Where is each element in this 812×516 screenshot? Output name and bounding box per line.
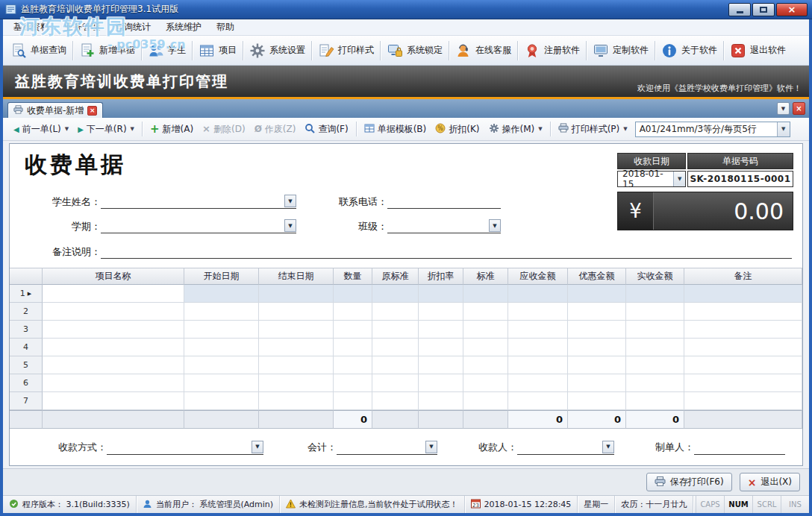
column-header-discount-rate[interactable]: 折扣率 — [419, 268, 463, 285]
query-button[interactable]: 查询(F) — [300, 121, 352, 138]
grid-cell[interactable] — [508, 374, 568, 392]
grid-cell[interactable] — [259, 339, 334, 356]
grid-cell[interactable] — [259, 285, 334, 303]
grid-cell[interactable] — [568, 356, 626, 374]
toolbar-button-students[interactable]: 学生 — [143, 40, 190, 61]
grid-cell[interactable] — [463, 321, 508, 339]
class-combobox[interactable]: ▼ — [387, 218, 501, 233]
grid-cell[interactable] — [372, 356, 419, 374]
grid-cell[interactable] — [372, 392, 419, 410]
grid-cell[interactable] — [463, 374, 508, 392]
add-row-button[interactable]: + 新增(A) — [146, 121, 198, 138]
grid-cell[interactable] — [43, 303, 184, 321]
grid-cell[interactable] — [334, 374, 372, 392]
column-header-end-date[interactable]: 结束日期 — [259, 268, 334, 285]
column-header-orig-rate[interactable]: 原标准 — [372, 268, 419, 285]
toolbar-button-about[interactable]: 关于软件 — [657, 40, 722, 61]
column-header-qty[interactable]: 数量 — [334, 268, 372, 285]
column-header-remark[interactable]: 备注 — [684, 268, 802, 285]
pay-method-combobox[interactable]: ▼ — [107, 440, 263, 455]
payee-combobox[interactable]: ▼ — [517, 440, 614, 455]
tabbar-close-button[interactable]: × — [793, 102, 805, 115]
row-header[interactable]: 6 — [10, 374, 43, 392]
remark-input[interactable] — [101, 244, 792, 259]
grid-cell[interactable] — [508, 321, 568, 339]
grid-cell[interactable] — [419, 321, 463, 339]
minimize-button[interactable] — [728, 3, 751, 16]
tab-list-dropdown[interactable]: ▼ — [777, 102, 790, 115]
menu-item-help[interactable]: 帮助 — [209, 19, 242, 35]
grid-cell[interactable] — [419, 303, 463, 321]
grid-cell[interactable] — [684, 321, 802, 339]
grid-cell[interactable] — [419, 356, 463, 374]
grid-cell[interactable] — [626, 303, 684, 321]
toolbar-button-custom[interactable]: 定制软件 — [588, 40, 653, 61]
toolbar-button-new-receipt[interactable]: 新增单据 — [75, 40, 140, 61]
menu-item-business[interactable]: 业务管理 — [57, 19, 107, 35]
row-header[interactable]: 1▶ — [10, 285, 43, 303]
grid-cell[interactable] — [626, 321, 684, 339]
grid-cell[interactable] — [626, 356, 684, 374]
grid-cell[interactable] — [43, 321, 184, 339]
phone-input[interactable] — [387, 194, 501, 209]
grid-cell[interactable] — [334, 303, 372, 321]
grid-cell[interactable] — [372, 303, 419, 321]
grid-cell[interactable] — [568, 392, 626, 410]
grid-cell[interactable] — [334, 339, 372, 356]
row-header[interactable]: 5 — [10, 356, 43, 374]
grid-cell[interactable] — [568, 285, 626, 303]
grid-cell[interactable] — [259, 374, 334, 392]
grid-cell[interactable] — [626, 339, 684, 356]
tab-close-icon[interactable]: × — [87, 106, 97, 116]
grid-cell[interactable] — [684, 285, 802, 303]
grid-cell[interactable] — [184, 392, 259, 410]
toolbar-button-register[interactable]: 注册软件 — [519, 40, 584, 61]
grid-cell[interactable] — [419, 374, 463, 392]
toolbar-button-lock[interactable]: 系统锁定 — [382, 40, 447, 61]
maximize-button[interactable] — [752, 3, 775, 16]
chevron-down-icon[interactable]: ▼ — [602, 441, 614, 453]
grid-cell[interactable] — [463, 303, 508, 321]
grid-cell[interactable] — [419, 392, 463, 410]
chevron-down-icon[interactable]: ▼ — [673, 172, 685, 186]
grid-cell[interactable] — [508, 285, 568, 303]
chevron-down-icon[interactable]: ▼ — [284, 195, 296, 207]
grid-cell[interactable] — [43, 339, 184, 356]
operate-menu-button[interactable]: 操作(M) ▼ — [484, 121, 547, 138]
toolbar-button-exit[interactable]: 退出软件 — [725, 40, 790, 61]
semester-combobox[interactable]: ▼ — [101, 218, 296, 233]
prev-receipt-button[interactable]: ◀ 前一单(L) ▼ — [9, 121, 73, 138]
accountant-combobox[interactable]: ▼ — [337, 440, 437, 455]
menu-item-query-stats[interactable]: 查询统计 — [107, 19, 158, 35]
grid-cell[interactable] — [334, 392, 372, 410]
row-header[interactable]: 7 — [10, 392, 43, 410]
grid-cell[interactable] — [626, 374, 684, 392]
grid-cell[interactable] — [463, 339, 508, 356]
grid-cell[interactable] — [334, 356, 372, 374]
grid-cell[interactable] — [259, 356, 334, 374]
grid-cell[interactable] — [508, 303, 568, 321]
maker-input[interactable] — [694, 440, 785, 455]
grid-cell[interactable] — [684, 392, 802, 410]
row-header[interactable]: 3 — [10, 321, 43, 339]
print-format-combobox[interactable]: A01/241mm/3等分/每页5行 ▼ — [635, 122, 790, 137]
menu-item-basic-data[interactable]: 基础资料 — [6, 19, 57, 35]
grid-cell[interactable] — [184, 285, 259, 303]
grid-cell[interactable] — [184, 303, 259, 321]
print-style-menu-button[interactable]: 打印样式(P) ▼ — [554, 121, 632, 138]
grid-cell[interactable] — [626, 392, 684, 410]
chevron-down-icon[interactable]: ▼ — [284, 219, 296, 232]
grid-cell[interactable] — [508, 339, 568, 356]
toolbar-button-settings[interactable]: 系统设置 — [245, 40, 310, 61]
student-name-combobox[interactable]: ▼ — [101, 194, 296, 209]
grid-cell[interactable] — [568, 374, 626, 392]
grid-cell-active[interactable] — [43, 285, 184, 303]
grid-cell[interactable] — [184, 356, 259, 374]
grid-cell[interactable] — [508, 392, 568, 410]
discount-button[interactable]: % 折扣(K) — [431, 121, 484, 138]
column-header-discount-amt[interactable]: 优惠金额 — [568, 268, 626, 285]
chevron-down-icon[interactable]: ▼ — [489, 219, 501, 232]
grid-cell[interactable] — [43, 356, 184, 374]
chevron-down-icon[interactable]: ▼ — [425, 441, 437, 453]
grid-cell[interactable] — [419, 339, 463, 356]
